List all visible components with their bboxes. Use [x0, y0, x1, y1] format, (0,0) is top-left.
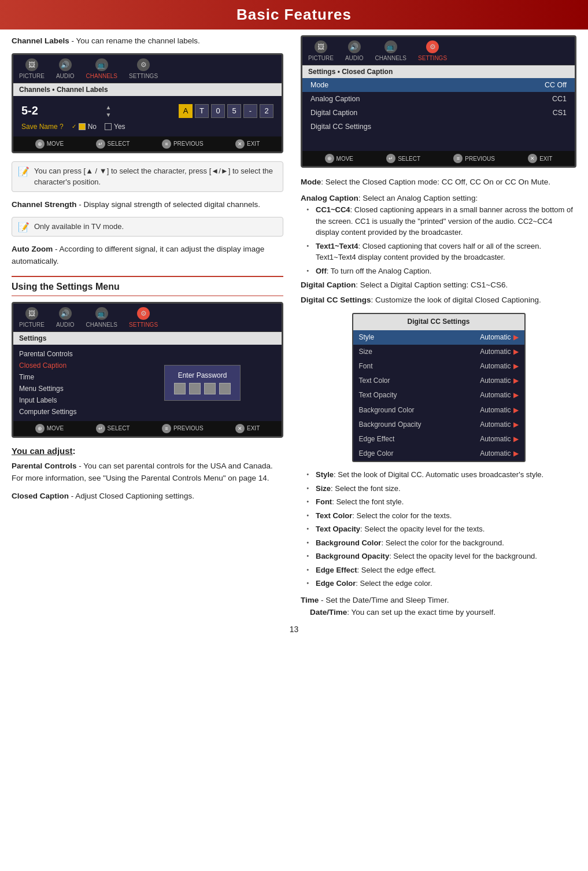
menu-menu-settings[interactable]: Menu Settings: [19, 383, 83, 394]
s-nav-settings[interactable]: ⚙ SETTINGS: [129, 307, 158, 328]
checkbox-yes[interactable]: [105, 123, 112, 130]
cc-mode-label: Mode: [310, 81, 328, 89]
cc-nav-audio[interactable]: 🔊 AUDIO: [345, 40, 364, 61]
menu-computer-settings[interactable]: Computer Settings: [19, 406, 83, 418]
dcc-text-opacity-value: Automatic: [480, 390, 511, 401]
pass-box-4[interactable]: [219, 383, 231, 394]
password-overlay-area: Enter Password: [88, 345, 282, 421]
no-label: No: [88, 123, 97, 131]
s-move-btn-icon: ⊕: [35, 424, 45, 433]
bottom-move: ⊕ MOVE: [35, 139, 64, 149]
char-dash[interactable]: -: [243, 104, 257, 118]
cc-nav-picture[interactable]: 🖼 PICTURE: [308, 40, 334, 61]
dcc-style-arrow: ▶: [513, 332, 519, 343]
cc-analog-value: CC1: [552, 95, 567, 103]
menu-time[interactable]: Time: [19, 371, 83, 383]
s-bottom-previous-label: PREVIOUS: [173, 425, 204, 431]
date-time-para: Date/Time: You can set up the exact time…: [310, 606, 576, 619]
dcc-row-edge-effect: Edge Effect Automatic ▶: [353, 432, 524, 446]
parental-controls-text: Parental Controls - You can set parental…: [12, 460, 283, 485]
cc-nav-audio-label: AUDIO: [345, 55, 364, 61]
right-text-content: Mode: Select the Closed Caption mode: CC…: [301, 176, 576, 619]
pass-box-1[interactable]: [174, 383, 186, 394]
page-number: 13: [0, 619, 588, 637]
dcc-edge-effect-item: Edge Effect: Select the edge effect.: [306, 564, 576, 576]
char-0[interactable]: 0: [211, 104, 225, 118]
nav-picture[interactable]: 🖼 PICTURE: [19, 58, 45, 79]
channel-strength-heading: Channel Strength: [12, 200, 77, 209]
channel-labels-content: 5-2 ▲ ▼ A T 0 5 - 2 Save Name ?: [13, 96, 282, 136]
bottom-previous: ≡ PREVIOUS: [162, 139, 204, 149]
s-nav-audio[interactable]: 🔊 AUDIO: [56, 307, 75, 328]
cc-row-mode: Mode CC Off: [302, 78, 575, 92]
cc-row-digital: Digital Caption CS1: [302, 106, 575, 120]
cc-screen: 🖼 PICTURE 🔊 AUDIO 📺 CHANNELS ⚙ SETTINGS: [301, 35, 576, 168]
dcc-edge-effect-value-row: Automatic ▶: [480, 434, 518, 445]
bottom-move-label: MOVE: [47, 141, 64, 147]
nav-settings[interactable]: ⚙ SETTINGS: [129, 58, 158, 79]
char-T[interactable]: T: [195, 104, 209, 118]
pass-box-3[interactable]: [204, 383, 216, 394]
cc-row-analog: Analog Caption CC1: [302, 92, 575, 106]
char-5[interactable]: 5: [227, 104, 241, 118]
char-2[interactable]: 2: [260, 104, 273, 118]
channel-labels-nav: 🖼 PICTURE 🔊 AUDIO 📺 CHANNELS ⚙ SETTINGS: [13, 55, 282, 83]
digital-cc-settings-label-text: Digital CC Settings: [301, 296, 371, 304]
cc-nav: 🖼 PICTURE 🔊 AUDIO 📺 CHANNELS ⚙ SETTINGS: [302, 37, 575, 65]
dcc-row-bg-color: Background Color Automatic ▶: [353, 403, 524, 418]
menu-input-labels[interactable]: Input Labels: [19, 394, 83, 406]
menu-closed-caption[interactable]: Closed Caption: [19, 360, 83, 371]
char-A[interactable]: A: [179, 104, 193, 118]
dcc-row-size: Size Automatic ▶: [353, 345, 524, 359]
nav-audio[interactable]: 🔊 AUDIO: [56, 58, 75, 79]
pass-box-2[interactable]: [189, 383, 201, 394]
dcc-table: Digital CC Settings Style Automatic ▶ Si…: [352, 313, 526, 462]
s-picture-icon: 🖼: [25, 307, 38, 320]
dcc-text-color-item: Text Color: Select the color for the tex…: [306, 510, 576, 522]
dcc-bg-opacity-value-row: Automatic ▶: [480, 419, 518, 430]
note-icon-1: 📝: [18, 166, 29, 177]
menu-parental-controls[interactable]: Parental Controls: [19, 348, 83, 360]
bottom-select: ↵ SELECT: [96, 139, 130, 149]
audio-icon: 🔊: [59, 58, 72, 71]
s-nav-channels[interactable]: 📺 CHANNELS: [86, 307, 117, 328]
s-bottom-select: ↵ SELECT: [96, 424, 130, 433]
picture-icon: 🖼: [25, 58, 38, 71]
option-no[interactable]: ✓ No: [72, 123, 97, 131]
channel-labels-breadcrumb: Channels • Channel Labels: [13, 83, 282, 96]
dcc-text-color-label: Text Color: [359, 375, 390, 386]
mode-label-text: Mode: [301, 178, 321, 186]
dcc-text-opacity-arrow: ▶: [513, 390, 519, 401]
previous-btn-icon: ≡: [162, 139, 171, 149]
s-nav-picture[interactable]: 🖼 PICTURE: [19, 307, 45, 328]
s-audio-icon: 🔊: [59, 307, 72, 320]
settings-divider-2: [12, 296, 283, 296]
s-bottom-exit-label: EXIT: [247, 425, 260, 431]
dcc-bg-color-value: Automatic: [480, 405, 511, 416]
dcc-bullet-list: Style: Set the look of Digital CC. Autom…: [306, 469, 576, 589]
dcc-font-arrow: ▶: [513, 361, 519, 372]
nav-audio-label: AUDIO: [56, 73, 75, 79]
cc-bottom-move-label: MOVE: [336, 156, 353, 162]
text1-text4-item: Text1~Text4: Closed captioning that cove…: [306, 241, 576, 263]
cc-analog-label: Analog Caption: [310, 95, 360, 103]
dcc-edge-effect-value: Automatic: [480, 434, 511, 445]
cc-bottom-move: ⊕ MOVE: [325, 154, 353, 163]
cc-nav-channels[interactable]: 📺 CHANNELS: [375, 40, 406, 61]
analog-caption-para: Analog Caption: Select an Analog Caption…: [301, 192, 576, 205]
checkbox-no[interactable]: [79, 123, 86, 130]
dcc-style-value-row: Automatic ▶: [480, 332, 518, 343]
dcc-text-color-value-row: Automatic ▶: [480, 375, 518, 386]
bottom-exit-label: EXIT: [247, 141, 260, 147]
cc-nav-settings[interactable]: ⚙ SETTINGS: [418, 40, 447, 61]
dcc-row-font: Font Automatic ▶: [353, 359, 524, 374]
off-item: Off: To turn off the Analog Caption.: [306, 265, 576, 277]
dcc-row-text-color: Text Color Automatic ▶: [353, 374, 524, 388]
select-btn-icon: ↵: [96, 139, 105, 149]
cc-digital-label: Digital Caption: [310, 109, 357, 117]
option-yes[interactable]: Yes: [105, 123, 125, 131]
dcc-style-label: Style: [359, 332, 375, 343]
nav-channels[interactable]: 📺 CHANNELS: [86, 58, 117, 79]
channel-strength-intro: Channel Strength - Display signal streng…: [12, 199, 283, 211]
cc-dcc-label: Digital CC Settings: [310, 123, 371, 131]
